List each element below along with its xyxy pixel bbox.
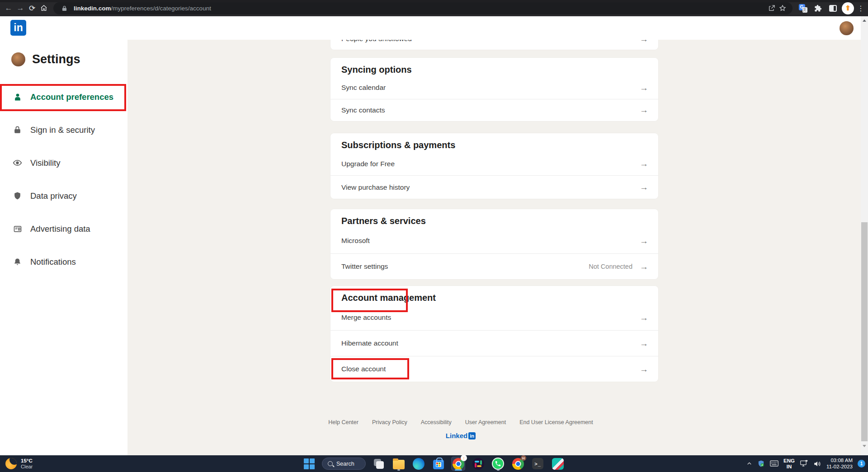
microsoft-store-button[interactable] <box>431 457 445 471</box>
status-badge: Not Connected <box>589 263 632 270</box>
row-twitter-settings[interactable]: Twitter settings Not Connected → <box>330 253 658 279</box>
arrow-right-icon: → <box>640 84 648 92</box>
page-scrollbar[interactable] <box>861 16 868 455</box>
row-merge-accounts[interactable]: Merge accounts → <box>330 305 658 330</box>
back-icon[interactable]: ← <box>3 2 14 14</box>
sidebar-item-label: Advertising data <box>30 224 90 234</box>
row-hibernate-account[interactable]: Hibernate account → <box>330 330 658 356</box>
scroll-down-icon[interactable] <box>861 443 868 449</box>
network-icon[interactable] <box>800 460 808 467</box>
bookmark-star-icon[interactable] <box>777 3 788 14</box>
touch-keyboard-icon[interactable] <box>770 460 778 467</box>
sidebar-item-notifications[interactable]: Notifications <box>0 245 127 278</box>
toolbar-right-group: G文 ⬆ ⋮ <box>797 2 864 14</box>
start-button[interactable] <box>302 457 316 471</box>
weather-moon-icon <box>5 458 17 469</box>
video-editor-icon <box>552 458 564 470</box>
sidebar-item-label: Sign in & security <box>30 125 95 135</box>
address-bar[interactable]: linkedin.com/mypreferences/d/categories/… <box>53 2 793 14</box>
side-panel-icon[interactable] <box>827 2 839 14</box>
search-icon <box>328 461 333 466</box>
edge-icon <box>413 458 425 470</box>
sidebar-item-label: Account preferences <box>30 92 113 102</box>
browser-profile-avatar[interactable]: ⬆ <box>842 2 854 14</box>
language-indicator[interactable]: ENG IN <box>783 458 795 470</box>
video-editor-button[interactable] <box>551 457 565 471</box>
arrow-right-icon: → <box>640 183 648 192</box>
translate-extension-icon[interactable]: G文 <box>797 2 809 14</box>
file-explorer-icon <box>393 460 405 469</box>
section-title: Partners & services <box>330 209 658 228</box>
taskbar-search[interactable]: Search <box>322 458 366 470</box>
taskbar-clock[interactable]: 03:08 AM 11-02-2023 <box>826 458 853 470</box>
tray-chevron-up-icon[interactable] <box>746 461 752 467</box>
footer-link-accessibility[interactable]: Accessibility <box>421 419 452 425</box>
row-close-account[interactable]: Close account → <box>330 356 658 382</box>
chrome-profile-button[interactable]: H <box>511 457 525 471</box>
task-view-button[interactable] <box>372 457 386 471</box>
row-sync-contacts[interactable]: Sync contacts → <box>330 99 658 122</box>
extensions-puzzle-icon[interactable] <box>812 2 824 14</box>
sidebar-item-advertising-data[interactable]: Advertising data <box>0 212 127 245</box>
forward-icon[interactable]: → <box>14 2 26 14</box>
scroll-up-icon[interactable] <box>861 17 868 23</box>
sidebar-nav: Account preferences Sign in & security V… <box>0 80 127 278</box>
footer-linkedin-logo[interactable]: Linked in <box>127 432 827 439</box>
chrome-button-active[interactable]: ↑ <box>451 457 465 471</box>
slack-icon <box>472 458 484 470</box>
sidebar-item-account-preferences[interactable]: Account preferences <box>0 80 127 113</box>
terminal-button[interactable]: >_ <box>531 457 545 471</box>
whatsapp-button[interactable] <box>491 457 505 471</box>
system-tray: ENG IN 03:08 AM 11-02-2023 1 <box>746 455 865 472</box>
arrow-right-icon: → <box>640 339 648 348</box>
linkedin-logo[interactable]: in <box>10 20 26 36</box>
row-people-you-unfollowed[interactable]: People you unfollowed → <box>330 40 658 50</box>
row-sync-calendar[interactable]: Sync calendar → <box>330 77 658 99</box>
card-account-management: Account management Merge accounts → Hibe… <box>330 286 658 382</box>
microsoft-store-icon <box>433 460 444 469</box>
edge-button[interactable] <box>411 457 425 471</box>
section-title: Subscriptions & payments <box>330 133 658 152</box>
settings-heading: Settings <box>11 52 80 66</box>
sidebar-item-data-privacy[interactable]: Data privacy <box>0 179 127 212</box>
sidebar-item-sign-in-security[interactable]: Sign in & security <box>0 113 127 146</box>
row-view-purchase-history[interactable]: View purchase history → <box>330 175 658 199</box>
settings-content: People you unfollowed → Syncing options … <box>127 40 861 455</box>
footer-link-eula[interactable]: End User License Agreement <box>519 419 593 425</box>
sidebar-item-visibility[interactable]: Visibility <box>0 146 127 179</box>
file-explorer-button[interactable] <box>392 457 406 471</box>
taskbar-weather-widget[interactable]: 15°C Clear <box>5 455 33 472</box>
row-upgrade-for-free[interactable]: Upgrade for Free → <box>330 152 658 175</box>
notification-count-badge[interactable]: 1 <box>858 460 865 467</box>
footer-link-privacy-policy[interactable]: Privacy Policy <box>372 419 407 425</box>
clock-date: 11-02-2023 <box>826 464 853 470</box>
sidebar-item-label: Data privacy <box>30 191 77 201</box>
slack-button[interactable] <box>471 457 485 471</box>
volume-icon[interactable] <box>813 460 821 467</box>
profile-avatar[interactable] <box>840 21 854 35</box>
card-partners-services: Partners & services Microsoft → Twitter … <box>330 209 658 279</box>
search-label: Search <box>336 461 354 467</box>
row-microsoft[interactable]: Microsoft → <box>330 228 658 253</box>
card-icon <box>13 224 22 234</box>
windows-start-icon <box>304 458 315 469</box>
windows-security-icon[interactable] <box>757 460 765 467</box>
footer-links: Help Center Privacy Policy Accessibility… <box>127 419 827 425</box>
weather-temperature: 15°C <box>21 458 33 464</box>
browser-toolbar: ← → ⟳ linkedin.com/mypreferences/d/categ… <box>0 0 868 16</box>
footer-link-help-center[interactable]: Help Center <box>328 419 359 425</box>
lock-icon <box>59 3 70 14</box>
taskbar-app-icons: Search ↑ <box>302 455 565 472</box>
footer-link-user-agreement[interactable]: User Agreement <box>465 419 506 425</box>
home-icon[interactable] <box>38 2 50 14</box>
arrow-right-icon: → <box>640 365 648 374</box>
weather-condition: Clear <box>21 464 33 470</box>
reload-icon[interactable]: ⟳ <box>26 2 38 14</box>
share-icon[interactable] <box>766 3 777 14</box>
bell-icon <box>13 257 22 266</box>
screen: ← → ⟳ linkedin.com/mypreferences/d/categ… <box>0 0 868 472</box>
terminal-icon: >_ <box>532 458 543 469</box>
browser-menu-icon[interactable]: ⋮ <box>857 4 864 13</box>
eye-icon <box>13 158 22 168</box>
scrollbar-thumb[interactable] <box>861 222 868 441</box>
